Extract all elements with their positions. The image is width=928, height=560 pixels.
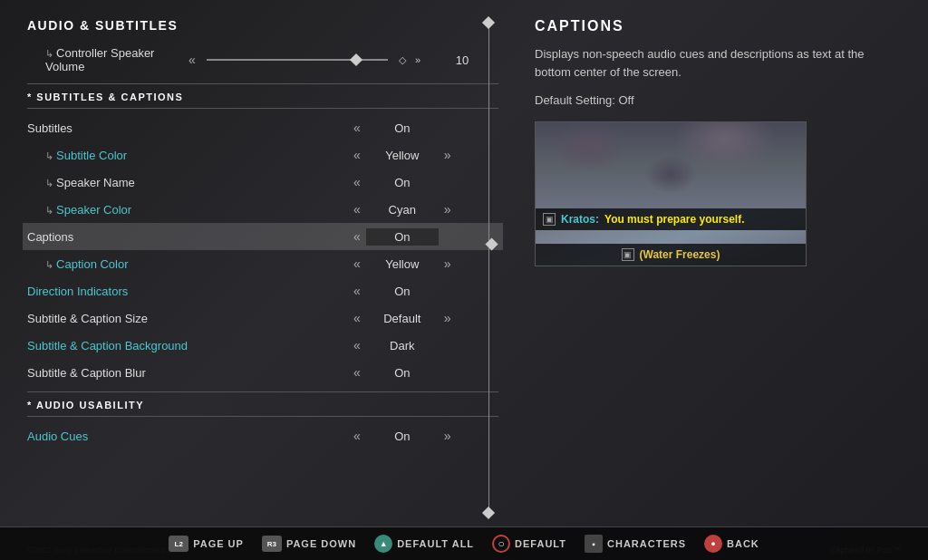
- speaker-name-label: Speaker Name: [27, 176, 353, 189]
- slider-diamond-icon: ◇: [399, 54, 406, 66]
- preview-rocks: [536, 122, 806, 208]
- subtitle-color-controls: « Yellow »: [353, 148, 498, 162]
- subtitle-caption-size-label: Subtitle & Caption Size: [27, 312, 353, 325]
- caption-speaker-name: Kratos:: [561, 213, 599, 226]
- subtitle-caption-size-row[interactable]: Subtitle & Caption Size « Default »: [27, 304, 498, 332]
- caption-color-value: Yellow: [366, 257, 439, 271]
- divider-3: [27, 391, 498, 392]
- subtitles-value: On: [366, 121, 439, 135]
- caption-sfx-icon: ▣: [622, 248, 634, 261]
- bottom-action-bar: L2 PAGE UP R3 PAGE DOWN ▲ DEFAULT ALL ○ …: [0, 526, 928, 560]
- caption-speech-text: You must prepare yourself.: [604, 213, 744, 226]
- captions-preview-box: ▣ Kratos: You must prepare yourself. ▣ (…: [535, 121, 807, 266]
- scroll-line: [488, 18, 489, 517]
- speaker-color-controls: « Cyan »: [353, 202, 498, 217]
- direction-indicators-controls: « On: [353, 284, 498, 298]
- captions-controls: « On: [353, 228, 498, 246]
- speaker-color-label: Speaker Color: [27, 203, 353, 217]
- subtitle-color-value: Yellow: [366, 149, 439, 162]
- subtitle-caption-blur-row[interactable]: Subtitle & Caption Blur « On: [27, 359, 498, 386]
- speaker-name-row[interactable]: Speaker Name « On: [27, 169, 498, 196]
- right-panel: CAPTIONS Displays non-speech audio cues …: [498, 18, 901, 517]
- page-up-label: PAGE UP: [193, 538, 244, 549]
- direction-indicators-label: Direction Indicators: [27, 285, 353, 298]
- subtitle-color-right-arrow[interactable]: »: [444, 148, 451, 162]
- square-button[interactable]: ▪: [585, 535, 603, 553]
- section-title-audio: AUDIO & SUBTITLES: [27, 18, 498, 33]
- bg-left-arrow[interactable]: «: [353, 338, 361, 352]
- captions-panel-title: CAPTIONS: [535, 18, 901, 34]
- subtitles-row[interactable]: Subtitles « On: [27, 114, 498, 141]
- captions-value: On: [366, 228, 439, 246]
- circle-button[interactable]: ○: [492, 535, 510, 553]
- subtitle-caption-blur-label: Subtitle & Caption Blur: [27, 366, 353, 380]
- speaker-color-value: Cyan: [366, 203, 439, 217]
- default-all-label: DEFAULT ALL: [397, 538, 474, 549]
- page-down-action[interactable]: R3 PAGE DOWN: [262, 536, 356, 552]
- subtitle-color-label: Subtitle Color: [27, 149, 353, 162]
- caption-color-controls: « Yellow »: [353, 256, 498, 271]
- characters-action[interactable]: ▪ CHARACTERS: [585, 535, 686, 553]
- speaker-name-controls: « On: [353, 175, 498, 189]
- subtitle-color-row[interactable]: Subtitle Color « Yellow »: [27, 141, 498, 169]
- controller-speaker-label: Controller Speaker Volume: [27, 46, 188, 73]
- subtitles-controls: « On: [353, 121, 498, 135]
- direction-indicators-row[interactable]: Direction Indicators « On: [27, 277, 498, 304]
- back-label: BACK: [727, 538, 759, 549]
- default-label: DEFAULT: [515, 538, 566, 549]
- size-right-arrow[interactable]: »: [444, 311, 451, 325]
- captions-label: Captions: [27, 230, 353, 244]
- subtitle-caption-bg-label: Subtitle & Caption Background: [27, 339, 353, 352]
- caption-color-left-arrow[interactable]: «: [353, 256, 361, 271]
- speaker-name-value: On: [366, 176, 439, 189]
- controller-speaker-slider[interactable]: [207, 59, 388, 61]
- scroll-track: [488, 18, 489, 517]
- bg-value: Dark: [366, 339, 439, 352]
- blur-value: On: [366, 366, 439, 380]
- controller-speaker-arrow-right[interactable]: »: [415, 54, 420, 65]
- caption-color-right-arrow[interactable]: »: [444, 256, 451, 271]
- back-button[interactable]: ●: [704, 535, 722, 553]
- subtitle-color-left-arrow[interactable]: «: [353, 148, 361, 162]
- divider-2: [27, 108, 498, 109]
- subtitles-left-arrow[interactable]: «: [353, 121, 361, 135]
- size-left-arrow[interactable]: «: [353, 311, 361, 325]
- speaker-color-row[interactable]: Speaker Color « Cyan »: [27, 196, 498, 223]
- r3-button[interactable]: R3: [262, 536, 282, 552]
- default-action[interactable]: ○ DEFAULT: [492, 535, 566, 553]
- caption-speaker-icon: ▣: [543, 213, 556, 226]
- direction-left-arrow[interactable]: «: [353, 284, 361, 298]
- default-all-action[interactable]: ▲ DEFAULT ALL: [374, 535, 474, 553]
- size-value: Default: [366, 312, 439, 325]
- caption-color-row[interactable]: Caption Color « Yellow »: [27, 250, 498, 277]
- l2-button[interactable]: L2: [169, 536, 188, 552]
- captions-row[interactable]: Captions « On: [23, 223, 503, 250]
- audio-cues-row[interactable]: Audio Cues « On »: [27, 422, 498, 449]
- subtitles-label: Subtitles: [27, 121, 353, 135]
- speaker-name-left-arrow[interactable]: «: [353, 175, 361, 189]
- caption-sfx-bar: ▣ (Water Freezes): [536, 244, 806, 266]
- audio-cues-label: Audio Cues: [27, 430, 353, 443]
- subtitle-caption-blur-controls: « On: [353, 365, 498, 380]
- subtitle-caption-bg-row[interactable]: Subtitle & Caption Background « Dark: [27, 332, 498, 359]
- triangle-button[interactable]: ▲: [374, 535, 392, 553]
- page-up-action[interactable]: L2 PAGE UP: [169, 536, 244, 552]
- divider-1: [27, 83, 498, 84]
- back-action[interactable]: ● BACK: [704, 535, 759, 553]
- characters-label: CHARACTERS: [607, 538, 686, 549]
- caption-speech-bar: ▣ Kratos: You must prepare yourself.: [536, 208, 806, 230]
- controller-speaker-left-arrow[interactable]: «: [188, 53, 196, 67]
- divider-4: [27, 416, 498, 417]
- blur-left-arrow[interactable]: «: [353, 365, 361, 380]
- subtitles-captions-title: SUBTITLES & CAPTIONS: [27, 92, 498, 102]
- speaker-color-right-arrow[interactable]: »: [444, 202, 451, 217]
- audio-cues-left-arrow[interactable]: «: [353, 429, 361, 443]
- speaker-color-left-arrow[interactable]: «: [353, 202, 361, 217]
- audio-cues-controls: « On »: [353, 429, 498, 443]
- caption-sfx-text: (Water Freezes): [640, 248, 720, 261]
- subtitle-caption-size-controls: « Default »: [353, 311, 498, 325]
- captions-left-arrow[interactable]: «: [353, 229, 361, 244]
- scroll-bottom-indicator: [481, 507, 494, 519]
- audio-cues-right-arrow[interactable]: »: [444, 429, 451, 443]
- direction-value: On: [366, 285, 439, 298]
